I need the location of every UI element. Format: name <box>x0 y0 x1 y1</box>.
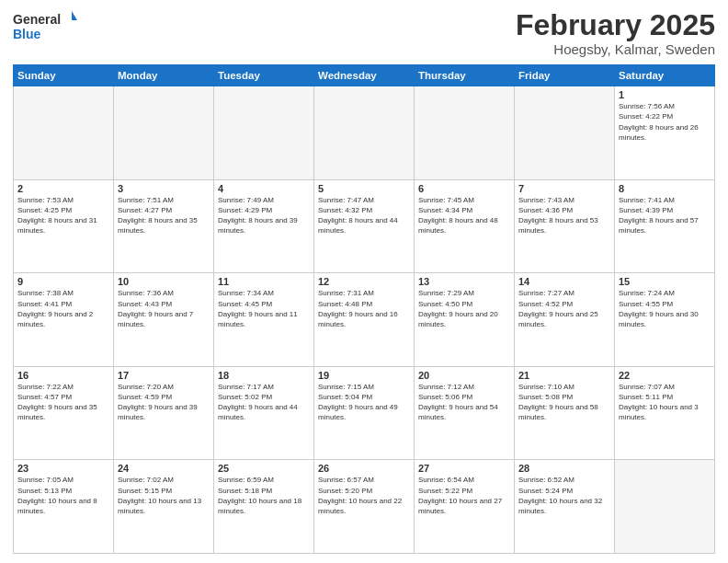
title-block: February 2025 Hoegsby, Kalmar, Sweden <box>516 9 715 57</box>
calendar-day: 25Sunrise: 6:59 AMSunset: 5:18 PMDayligh… <box>214 460 314 554</box>
calendar-day: 21Sunrise: 7:10 AMSunset: 5:08 PMDayligh… <box>515 366 615 460</box>
svg-marker-2 <box>72 11 77 20</box>
calendar-day: 28Sunrise: 6:52 AMSunset: 5:24 PMDayligh… <box>515 460 615 554</box>
day-info: Sunrise: 7:47 AMSunset: 4:32 PMDaylight:… <box>318 195 410 236</box>
calendar-day <box>615 460 715 554</box>
calendar-day: 15Sunrise: 7:24 AMSunset: 4:55 PMDayligh… <box>615 273 715 367</box>
calendar: Sunday Monday Tuesday Wednesday Thursday… <box>13 64 715 554</box>
day-number: 6 <box>418 183 510 194</box>
day-info: Sunrise: 7:56 AMSunset: 4:22 PMDaylight:… <box>619 101 711 143</box>
calendar-day: 26Sunrise: 6:57 AMSunset: 5:20 PMDayligh… <box>314 460 415 554</box>
day-info: Sunrise: 7:49 AMSunset: 4:29 PMDaylight:… <box>218 195 310 236</box>
day-number: 21 <box>518 370 610 381</box>
day-info: Sunrise: 7:02 AMSunset: 5:15 PMDaylight:… <box>118 475 210 516</box>
day-number: 16 <box>17 370 109 381</box>
day-info: Sunrise: 7:31 AMSunset: 4:48 PMDaylight:… <box>318 288 410 329</box>
calendar-day: 10Sunrise: 7:36 AMSunset: 4:43 PMDayligh… <box>114 273 214 367</box>
day-info: Sunrise: 7:36 AMSunset: 4:43 PMDaylight:… <box>118 288 210 329</box>
day-info: Sunrise: 7:22 AMSunset: 4:57 PMDaylight:… <box>17 382 109 423</box>
day-number: 23 <box>17 463 109 474</box>
day-info: Sunrise: 7:38 AMSunset: 4:41 PMDaylight:… <box>17 288 109 329</box>
calendar-week-5: 23Sunrise: 7:05 AMSunset: 5:13 PMDayligh… <box>14 460 715 554</box>
col-friday: Friday <box>515 65 615 86</box>
calendar-day <box>515 86 615 180</box>
day-info: Sunrise: 6:57 AMSunset: 5:20 PMDaylight:… <box>318 475 410 516</box>
calendar-day <box>14 86 114 180</box>
day-info: Sunrise: 6:52 AMSunset: 5:24 PMDaylight:… <box>518 475 610 516</box>
day-number: 3 <box>118 183 210 194</box>
day-number: 26 <box>318 463 410 474</box>
day-number: 8 <box>619 183 711 194</box>
day-number: 15 <box>619 276 711 287</box>
day-number: 1 <box>619 89 711 100</box>
calendar-day: 3Sunrise: 7:51 AMSunset: 4:27 PMDaylight… <box>114 179 214 273</box>
svg-text:Blue: Blue <box>13 27 41 41</box>
day-number: 27 <box>418 463 510 474</box>
day-number: 10 <box>118 276 210 287</box>
calendar-day: 7Sunrise: 7:43 AMSunset: 4:36 PMDaylight… <box>515 179 615 273</box>
day-number: 7 <box>518 183 610 194</box>
calendar-day: 12Sunrise: 7:31 AMSunset: 4:48 PMDayligh… <box>314 273 415 367</box>
calendar-day <box>415 86 515 180</box>
day-number: 20 <box>418 370 510 381</box>
header: General Blue February 2025 Hoegsby, Kalm… <box>13 9 715 57</box>
calendar-day: 20Sunrise: 7:12 AMSunset: 5:06 PMDayligh… <box>415 366 515 460</box>
calendar-day: 18Sunrise: 7:17 AMSunset: 5:02 PMDayligh… <box>214 366 314 460</box>
calendar-day: 9Sunrise: 7:38 AMSunset: 4:41 PMDaylight… <box>14 273 114 367</box>
day-number: 19 <box>318 370 410 381</box>
col-sunday: Sunday <box>14 65 114 86</box>
day-number: 17 <box>118 370 210 381</box>
calendar-week-2: 2Sunrise: 7:53 AMSunset: 4:25 PMDaylight… <box>14 179 715 273</box>
calendar-header-row: Sunday Monday Tuesday Wednesday Thursday… <box>14 65 715 86</box>
day-number: 9 <box>17 276 109 287</box>
day-number: 4 <box>218 183 310 194</box>
svg-text:General: General <box>13 12 61 27</box>
calendar-day: 22Sunrise: 7:07 AMSunset: 5:11 PMDayligh… <box>615 366 715 460</box>
page: General Blue February 2025 Hoegsby, Kalm… <box>0 0 728 563</box>
col-saturday: Saturday <box>615 65 715 86</box>
day-info: Sunrise: 7:34 AMSunset: 4:45 PMDaylight:… <box>218 288 310 329</box>
day-info: Sunrise: 7:17 AMSunset: 5:02 PMDaylight:… <box>218 382 310 423</box>
logo-svg: General Blue <box>13 9 77 42</box>
calendar-week-4: 16Sunrise: 7:22 AMSunset: 4:57 PMDayligh… <box>14 366 715 460</box>
day-info: Sunrise: 7:07 AMSunset: 5:11 PMDaylight:… <box>619 382 711 423</box>
calendar-day: 24Sunrise: 7:02 AMSunset: 5:15 PMDayligh… <box>114 460 214 554</box>
day-info: Sunrise: 7:27 AMSunset: 4:52 PMDaylight:… <box>518 288 610 329</box>
day-info: Sunrise: 7:10 AMSunset: 5:08 PMDaylight:… <box>518 382 610 423</box>
day-number: 2 <box>17 183 109 194</box>
day-info: Sunrise: 7:29 AMSunset: 4:50 PMDaylight:… <box>418 288 510 329</box>
location-title: Hoegsby, Kalmar, Sweden <box>516 41 715 57</box>
calendar-day: 14Sunrise: 7:27 AMSunset: 4:52 PMDayligh… <box>515 273 615 367</box>
col-wednesday: Wednesday <box>314 65 415 86</box>
day-number: 25 <box>218 463 310 474</box>
day-number: 24 <box>118 463 210 474</box>
day-info: Sunrise: 7:41 AMSunset: 4:39 PMDaylight:… <box>619 195 711 236</box>
day-info: Sunrise: 7:15 AMSunset: 5:04 PMDaylight:… <box>318 382 410 423</box>
calendar-day: 27Sunrise: 6:54 AMSunset: 5:22 PMDayligh… <box>415 460 515 554</box>
month-title: February 2025 <box>516 9 715 41</box>
col-monday: Monday <box>114 65 214 86</box>
day-info: Sunrise: 7:12 AMSunset: 5:06 PMDaylight:… <box>418 382 510 423</box>
day-number: 22 <box>619 370 711 381</box>
calendar-day: 16Sunrise: 7:22 AMSunset: 4:57 PMDayligh… <box>14 366 114 460</box>
calendar-day: 17Sunrise: 7:20 AMSunset: 4:59 PMDayligh… <box>114 366 214 460</box>
day-number: 14 <box>518 276 610 287</box>
calendar-day: 1Sunrise: 7:56 AMSunset: 4:22 PMDaylight… <box>615 86 715 180</box>
calendar-day: 6Sunrise: 7:45 AMSunset: 4:34 PMDaylight… <box>415 179 515 273</box>
day-number: 18 <box>218 370 310 381</box>
calendar-day: 8Sunrise: 7:41 AMSunset: 4:39 PMDaylight… <box>615 179 715 273</box>
day-number: 12 <box>318 276 410 287</box>
day-info: Sunrise: 7:53 AMSunset: 4:25 PMDaylight:… <box>17 195 109 236</box>
day-info: Sunrise: 6:59 AMSunset: 5:18 PMDaylight:… <box>218 475 310 516</box>
day-info: Sunrise: 6:54 AMSunset: 5:22 PMDaylight:… <box>418 475 510 516</box>
calendar-day <box>114 86 214 180</box>
calendar-day: 19Sunrise: 7:15 AMSunset: 5:04 PMDayligh… <box>314 366 415 460</box>
calendar-day <box>214 86 314 180</box>
calendar-day: 23Sunrise: 7:05 AMSunset: 5:13 PMDayligh… <box>14 460 114 554</box>
day-number: 13 <box>418 276 510 287</box>
day-number: 28 <box>518 463 610 474</box>
day-info: Sunrise: 7:20 AMSunset: 4:59 PMDaylight:… <box>118 382 210 423</box>
day-number: 11 <box>218 276 310 287</box>
calendar-week-1: 1Sunrise: 7:56 AMSunset: 4:22 PMDaylight… <box>14 86 715 180</box>
calendar-day: 11Sunrise: 7:34 AMSunset: 4:45 PMDayligh… <box>214 273 314 367</box>
